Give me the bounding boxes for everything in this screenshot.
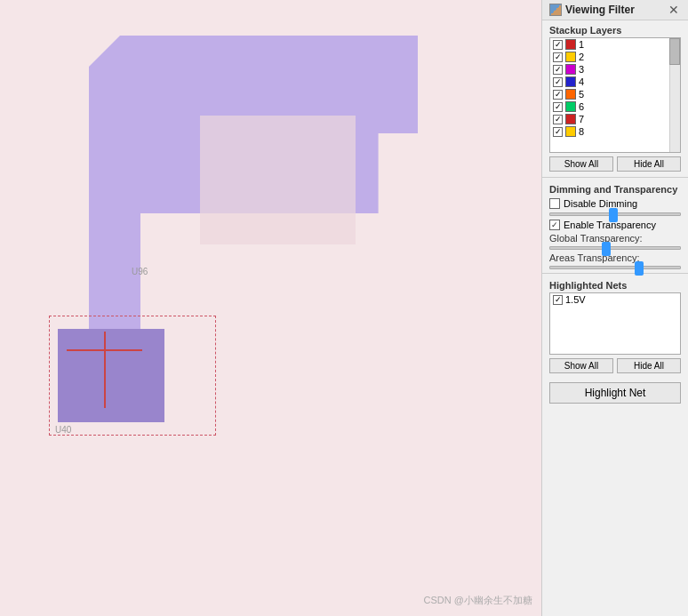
layer-color-swatch <box>565 76 576 87</box>
pcb-inner-rect <box>200 116 356 244</box>
watermark: CSDN @小幽余生不加糖 <box>424 594 532 607</box>
layer-checkbox[interactable]: ✓ <box>553 52 563 62</box>
layer-name: 5 <box>579 89 584 100</box>
layer-item: ✓4 <box>550 76 680 88</box>
layer-color-swatch <box>565 39 576 50</box>
scrollbar-thumb[interactable] <box>669 38 680 65</box>
disable-dimming-checkbox[interactable] <box>549 198 560 209</box>
layer-name: 7 <box>579 114 584 124</box>
layer-name: 1 <box>579 39 584 50</box>
net-checkbox[interactable]: ✓ <box>553 295 563 305</box>
layer-checkbox[interactable]: ✓ <box>553 102 563 112</box>
areas-transparency-label: Areas Transparency: <box>542 252 688 264</box>
panel-header: Viewing Filter ✕ <box>542 0 688 20</box>
show-all-nets-button[interactable]: Show All <box>549 358 613 373</box>
dimming-slider-container[interactable] <box>542 211 688 218</box>
layer-name: 3 <box>579 64 584 75</box>
nets-buttons-row: Show All Hide All <box>542 355 688 377</box>
layer-item: ✓7 <box>550 113 680 125</box>
layer-checkbox[interactable]: ✓ <box>553 40 563 50</box>
areas-transparency-slider-track[interactable] <box>549 266 681 269</box>
layer-color-swatch <box>565 52 576 62</box>
layer-color-swatch <box>565 64 576 75</box>
highlight-net-button[interactable]: Highlight Net <box>549 382 681 404</box>
disable-dimming-label: Disable Dimming <box>564 198 637 209</box>
pcb-canvas: U96 U40 CSDN @小幽余生不加糖 <box>0 0 541 616</box>
net-name: 1.5V <box>565 294 586 305</box>
pcb-cross-v <box>104 332 106 408</box>
stackup-label: Stackup Layers <box>542 20 688 37</box>
pcb-component-block <box>58 329 164 422</box>
viewing-filter-panel: Viewing Filter ✕ Stackup Layers ✓1✓2✓3✓4… <box>541 0 688 616</box>
hide-all-layers-button[interactable]: Hide All <box>617 156 681 172</box>
layer-color-swatch <box>565 126 576 137</box>
layer-item: ✓3 <box>550 63 680 76</box>
hide-all-nets-button[interactable]: Hide All <box>617 358 681 373</box>
layer-checkbox[interactable]: ✓ <box>553 65 563 75</box>
divider-2 <box>542 273 688 274</box>
areas-transparency-slider-thumb[interactable] <box>635 261 644 276</box>
layer-checkbox[interactable]: ✓ <box>553 90 563 100</box>
layer-item: ✓8 <box>550 125 680 138</box>
layer-item: ✓2 <box>550 51 680 63</box>
layer-color-swatch <box>565 101 576 112</box>
layer-color-swatch <box>565 89 576 100</box>
layer-checkbox[interactable]: ✓ <box>553 115 563 124</box>
layer-name: 6 <box>579 101 584 112</box>
layer-name: 2 <box>579 52 584 62</box>
layer-item: ✓1 <box>550 38 680 51</box>
layer-name: 8 <box>579 126 584 137</box>
layer-item: ✓6 <box>550 100 680 113</box>
global-transparency-slider-track[interactable] <box>549 246 681 250</box>
panel-header-left: Viewing Filter <box>549 4 635 16</box>
layer-color-swatch <box>565 114 576 124</box>
global-transparency-slider-thumb[interactable] <box>602 242 611 256</box>
net-item: ✓1.5V <box>550 293 680 306</box>
filter-icon <box>549 4 562 16</box>
dimming-slider-thumb[interactable] <box>609 208 618 222</box>
dimming-slider-track[interactable] <box>549 212 681 216</box>
show-all-layers-button[interactable]: Show All <box>549 156 613 172</box>
layer-checkbox[interactable]: ✓ <box>553 127 563 137</box>
global-transparency-label: Global Transparency: <box>542 232 688 244</box>
pcb-label-u40: U40 <box>55 425 71 435</box>
layers-list[interactable]: ✓1✓2✓3✓4✓5✓6✓7✓8 <box>549 37 681 153</box>
global-transparency-slider-container[interactable] <box>542 244 688 252</box>
close-button[interactable]: ✕ <box>667 4 681 16</box>
layer-checkbox[interactable]: ✓ <box>553 77 563 87</box>
enable-transparency-checkbox[interactable] <box>549 220 560 230</box>
areas-transparency-slider-container[interactable] <box>542 264 688 271</box>
stackup-buttons-row: Show All Hide All <box>542 153 688 175</box>
dimming-label: Dimming and Transparency <box>542 180 688 196</box>
panel-title: Viewing Filter <box>565 4 635 16</box>
layer-name: 4 <box>579 76 584 87</box>
layer-item: ✓5 <box>550 88 680 100</box>
nets-list[interactable]: ✓1.5V <box>549 292 681 355</box>
divider-1 <box>542 177 688 178</box>
pcb-label-u96: U96 <box>132 267 148 276</box>
scrollbar-track[interactable] <box>669 38 680 152</box>
panel-body: Stackup Layers ✓1✓2✓3✓4✓5✓6✓7✓8 Show All… <box>542 20 688 616</box>
highlighted-nets-label: Highlighted Nets <box>542 276 688 292</box>
